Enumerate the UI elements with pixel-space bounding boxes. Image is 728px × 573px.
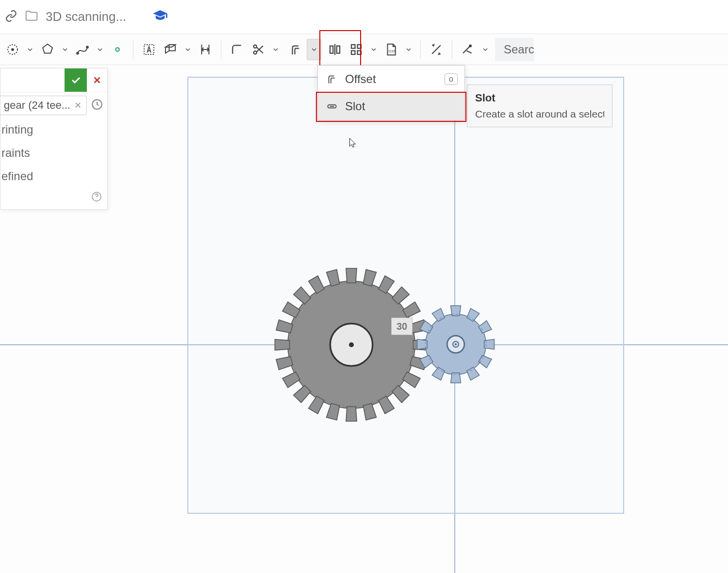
chip-label: gear (24 tee... bbox=[4, 99, 70, 112]
property-panel: gear (24 tee... ✕ rinting raints efined bbox=[0, 68, 108, 210]
transform-tool-button[interactable] bbox=[426, 36, 447, 63]
trim-tool-button[interactable] bbox=[248, 36, 269, 63]
selection-chip[interactable]: gear (24 tee... ✕ bbox=[0, 96, 87, 115]
constraint-tool-chevron[interactable] bbox=[479, 36, 492, 63]
svg-point-2 bbox=[77, 52, 79, 54]
panel-option[interactable]: rinting bbox=[0, 118, 107, 141]
large-gear[interactable] bbox=[270, 263, 433, 426]
svg-point-26 bbox=[455, 343, 457, 345]
constraint-tool-button[interactable] bbox=[457, 36, 479, 63]
mirror-tool-button[interactable] bbox=[324, 36, 346, 63]
svg-point-13 bbox=[469, 45, 471, 47]
separator bbox=[420, 40, 421, 59]
offset-tool-chevron[interactable] bbox=[307, 39, 321, 60]
dropdown-item-slot[interactable]: Slot bbox=[318, 93, 464, 120]
pattern-tool-chevron[interactable] bbox=[367, 36, 381, 63]
pattern-tool-button[interactable] bbox=[346, 36, 367, 63]
chip-remove-icon[interactable]: ✕ bbox=[74, 100, 82, 111]
dropdown-item-offset[interactable]: Offset o bbox=[318, 66, 464, 93]
tooltip-slot: Slot Create a slot around a selecte bbox=[467, 84, 612, 127]
toolbar-search[interactable]: Search bbox=[495, 38, 534, 61]
dimension-tool-button[interactable] bbox=[195, 36, 216, 63]
folder-icon[interactable] bbox=[24, 9, 39, 25]
panel-footer bbox=[0, 188, 107, 209]
history-icon[interactable] bbox=[91, 98, 103, 113]
toolbar: DXF Search bbox=[0, 34, 728, 65]
offset-tool-button[interactable] bbox=[285, 36, 307, 63]
link-icon[interactable] bbox=[5, 10, 17, 24]
point-tool-button[interactable] bbox=[107, 36, 128, 63]
offset-dropdown: Offset o Slot bbox=[317, 65, 465, 120]
spline-tool-button[interactable] bbox=[72, 36, 93, 63]
svg-rect-8 bbox=[351, 45, 355, 49]
help-icon[interactable] bbox=[91, 191, 102, 204]
panel-selection-row: gear (24 tee... ✕ bbox=[0, 92, 107, 118]
topbar: 3D scanning... bbox=[0, 0, 728, 34]
circle-tool-button[interactable] bbox=[2, 36, 23, 63]
confirm-button[interactable] bbox=[65, 68, 87, 92]
svg-point-21 bbox=[349, 342, 354, 347]
svg-point-4 bbox=[116, 48, 119, 51]
circle-tool-chevron[interactable] bbox=[23, 36, 37, 63]
panel-option[interactable]: efined bbox=[0, 165, 107, 188]
svg-rect-10 bbox=[351, 51, 355, 54]
panel-option[interactable]: raints bbox=[0, 141, 107, 165]
tooltip-description: Create a slot around a selecte bbox=[475, 108, 604, 120]
dxf-export-button[interactable]: DXF bbox=[381, 36, 402, 63]
tooltip-title: Slot bbox=[475, 92, 604, 104]
trim-tool-chevron[interactable] bbox=[269, 36, 282, 63]
small-gear[interactable] bbox=[413, 301, 499, 388]
separator bbox=[452, 40, 452, 59]
spline-tool-chevron[interactable] bbox=[93, 36, 107, 63]
polygon-tool-chevron[interactable] bbox=[58, 36, 72, 63]
cancel-button[interactable] bbox=[87, 68, 107, 92]
dropdown-item-label: Offset bbox=[345, 72, 376, 86]
polygon-tool-button[interactable] bbox=[37, 36, 58, 63]
search-placeholder: Search bbox=[504, 43, 534, 56]
svg-rect-9 bbox=[358, 45, 362, 49]
svg-point-3 bbox=[86, 46, 88, 48]
dimension-badge[interactable]: 30 bbox=[391, 318, 413, 335]
separator bbox=[133, 40, 133, 59]
breadcrumb-folder[interactable]: 3D scanning... bbox=[46, 9, 126, 24]
svg-text:DXF: DXF bbox=[389, 49, 396, 53]
sketch-canvas[interactable]: 30 bbox=[0, 65, 728, 573]
text-tool-button[interactable] bbox=[138, 36, 160, 63]
plane-tool-chevron[interactable] bbox=[181, 36, 195, 63]
separator bbox=[221, 40, 221, 59]
fillet-tool-button[interactable] bbox=[226, 36, 248, 63]
svg-rect-11 bbox=[358, 51, 362, 54]
dropdown-item-label: Slot bbox=[345, 100, 365, 113]
graduation-cap-icon[interactable] bbox=[152, 8, 168, 26]
dropdown-shortcut: o bbox=[445, 73, 458, 85]
panel-header bbox=[0, 68, 107, 92]
plane-tool-button[interactable] bbox=[160, 36, 181, 63]
dxf-export-chevron[interactable] bbox=[402, 36, 415, 63]
svg-point-1 bbox=[12, 49, 14, 51]
